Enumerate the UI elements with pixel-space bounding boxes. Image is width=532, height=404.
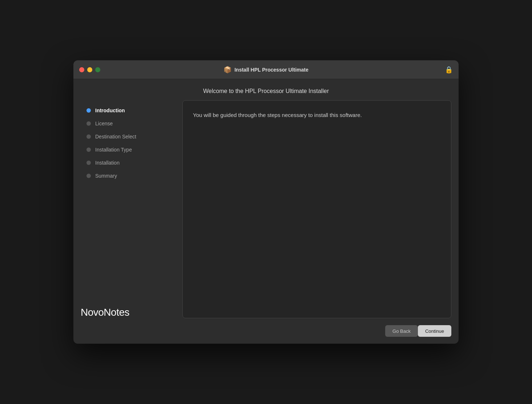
sidebar-dot-installation <box>86 161 91 165</box>
close-button[interactable] <box>79 67 84 72</box>
sidebar-label-introduction: Introduction <box>95 108 125 113</box>
content-area: Introduction License Destination Select … <box>73 100 459 318</box>
sidebar-dot-license <box>86 121 91 126</box>
title-icon: 📦 <box>223 66 231 74</box>
titlebar: 📦 Install HPL Processor Ultimate 🔒 <box>73 60 459 79</box>
sidebar-item-installation[interactable]: Installation <box>81 156 182 169</box>
window-header: Welcome to the HPL Processor Ultimate In… <box>73 79 459 100</box>
installer-window: 📦 Install HPL Processor Ultimate 🔒 Welco… <box>73 60 459 344</box>
sidebar-item-summary[interactable]: Summary <box>81 169 182 182</box>
title-text: Install HPL Processor Ultimate <box>234 67 309 73</box>
sidebar-label-license: License <box>95 121 113 126</box>
maximize-button[interactable] <box>95 67 100 72</box>
traffic-lights <box>79 67 100 72</box>
footer: NovoNotes Go Back Continue <box>73 318 459 344</box>
lock-icon: 🔒 <box>445 66 453 74</box>
window-body: Welcome to the HPL Processor Ultimate In… <box>73 79 459 344</box>
sidebar: Introduction License Destination Select … <box>81 100 182 318</box>
sidebar-item-destination-select[interactable]: Destination Select <box>81 130 182 143</box>
minimize-button[interactable] <box>87 67 92 72</box>
sidebar-dot-destination-select <box>86 134 91 139</box>
sidebar-label-destination-select: Destination Select <box>95 134 136 140</box>
intro-text: You will be guided through the steps nec… <box>193 111 441 120</box>
go-back-button[interactable]: Go Back <box>385 325 418 337</box>
sidebar-item-installation-type[interactable]: Installation Type <box>81 143 182 156</box>
brand-name: NovoNotes <box>81 307 129 318</box>
continue-button[interactable]: Continue <box>418 325 451 337</box>
sidebar-label-summary: Summary <box>95 173 117 179</box>
sidebar-item-license[interactable]: License <box>81 117 182 130</box>
sidebar-item-introduction[interactable]: Introduction <box>81 104 182 117</box>
sidebar-dot-installation-type <box>86 148 91 152</box>
sidebar-dot-introduction <box>86 108 91 113</box>
sidebar-label-installation-type: Installation Type <box>95 147 132 153</box>
sidebar-dot-summary <box>86 174 91 178</box>
main-content-panel: You will be guided through the steps nec… <box>182 100 451 318</box>
sidebar-label-installation: Installation <box>95 160 120 166</box>
window-title: 📦 Install HPL Processor Ultimate <box>223 66 309 74</box>
header-text: Welcome to the HPL Processor Ultimate In… <box>203 88 329 94</box>
